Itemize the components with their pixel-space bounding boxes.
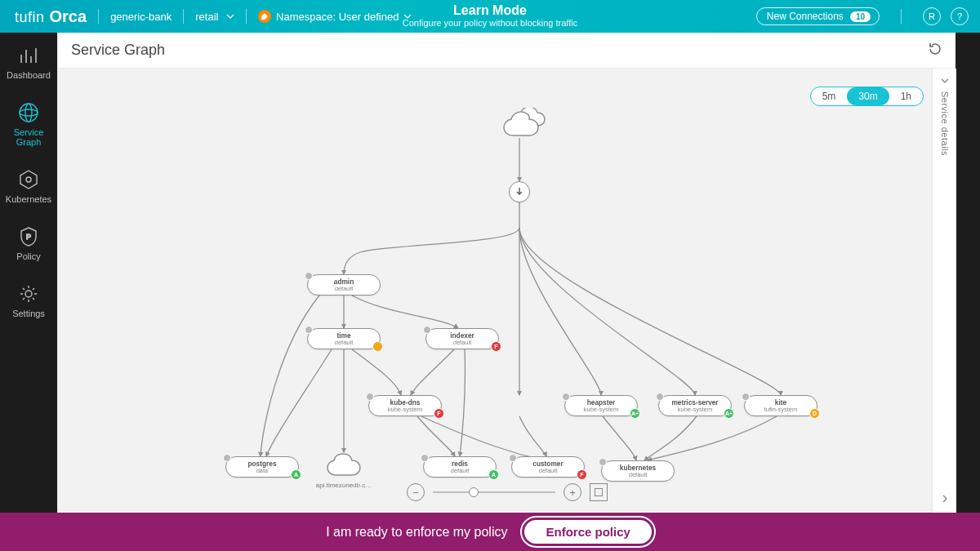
mode-subtitle: Configure your policy without blocking t… [403,18,577,29]
node-namespace: data [226,468,298,474]
grade-badge: A+ [724,408,734,419]
settings-icon [17,282,40,305]
help-button[interactable]: ? [951,7,969,25]
org-selector[interactable]: generic-bank [110,11,172,23]
node-namespace: default [308,286,380,292]
enforce-message: I am ready to enforce my policy [326,525,507,540]
divider [901,9,902,24]
divider [246,9,247,24]
svg-point-5 [20,109,38,116]
graph-canvas[interactable]: 5m 30m 1h [58,69,956,513]
user-avatar[interactable]: R [923,7,941,25]
enforce-policy-button[interactable]: Enforce policy [522,518,653,546]
node-heapster[interactable]: heapster kube-system A+ [564,395,638,416]
node-status-dot [223,454,231,462]
nav-dashboard[interactable]: Dashboard [0,44,57,80]
new-connections-button[interactable]: New Connections 10 [756,7,880,25]
node-internet[interactable] [498,108,547,140]
kubernetes-icon [17,168,40,191]
node-kubernetes[interactable]: kubernetes default [601,460,675,482]
drawer-title: Service details [940,91,950,156]
nav-service-graph[interactable]: Service Graph [0,101,57,147]
env-selector[interactable]: retail [195,11,234,23]
node-time[interactable]: time default [307,328,381,349]
divider [183,9,184,24]
brand-logo: tufin Orca [15,7,87,26]
mode-banner: Learn Mode Configure your policy without… [403,0,577,29]
service-details-drawer[interactable]: Service details [932,69,956,513]
node-admin[interactable]: admin default [307,274,381,295]
nav-label: Settings [0,309,57,318]
chevron-right-icon [941,495,949,504]
svg-point-10 [25,291,32,297]
svg-point-4 [20,104,38,122]
left-nav: Dashboard Service Graph Kubernetes P Pol… [0,33,57,513]
nav-policy[interactable]: P Policy [0,225,57,261]
page-title: Service Graph [71,42,165,59]
node-customer[interactable]: customer default F [511,456,585,478]
zoom-out-button[interactable]: − [407,483,425,501]
divider [98,9,99,24]
grade-badge [372,341,383,352]
node-status-dot [305,272,313,280]
svg-marker-7 [20,171,37,189]
grade-badge: F [491,341,501,352]
namespace-label: Namespace: User defined [276,11,399,23]
nav-label: Service Graph [0,127,57,147]
grade-badge: D [809,408,820,419]
top-bar: tufin Orca generic-bank retail Namespace… [0,0,980,33]
node-ingress-arrow[interactable] [509,181,530,202]
svg-text:P: P [26,233,31,241]
namespace-selector[interactable]: Namespace: User defined [258,10,412,23]
svg-point-6 [25,104,32,122]
node-redis[interactable]: redis default A [423,456,497,478]
node-name: api.timezonedb.c… [316,482,372,489]
brand-tufin: tufin [15,9,45,26]
node-status-dot [742,393,750,401]
brand-orca: Orca [50,7,87,26]
zoom-in-button[interactable]: + [564,483,581,501]
node-namespace: tufin-system [745,407,817,413]
refresh-button[interactable] [928,42,942,60]
node-status-dot [305,326,313,334]
grade-badge: A+ [630,408,640,419]
page-header: Service Graph [58,33,956,69]
node-external-api[interactable]: api.timezonedb.c… [325,452,363,480]
enforce-banner: I am ready to enforce my policy Enforce … [0,513,980,551]
nav-label: Kubernetes [0,194,57,204]
env-label: retail [195,11,218,23]
node-status-dot [656,393,664,401]
node-namespace: default [424,468,496,474]
node-kube-dns[interactable]: kube-dns kube-system F [368,395,442,416]
service-graph-icon [17,101,40,124]
dashboard-icon [17,44,40,67]
zoom-fit-button[interactable] [590,483,608,501]
node-namespace: default [602,472,674,478]
new-connections-label: New Connections [767,11,844,22]
nav-kubernetes[interactable]: Kubernetes [0,168,57,204]
node-postgres[interactable]: postgres data A [225,456,299,478]
nav-label: Policy [0,251,57,261]
main-panel: Service Graph 5m 30m 1h [57,33,956,513]
zoom-controls: − + [407,483,608,501]
nav-settings[interactable]: Settings [0,282,57,318]
svg-point-8 [26,177,31,182]
node-indexer[interactable]: indexer default F [425,328,499,349]
node-kite[interactable]: kite tufin-system D [744,395,817,416]
node-status-dot [423,326,431,334]
node-status-dot [562,393,570,401]
node-status-dot [421,454,429,462]
node-status-dot [599,458,607,466]
grade-badge: F [434,408,444,419]
namespace-icon [258,10,271,23]
node-metrics-server[interactable]: metrics-server kube-system A+ [658,395,732,416]
node-status-dot [366,393,374,401]
node-namespace: default [512,468,584,474]
zoom-slider[interactable] [433,491,555,493]
mode-title: Learn Mode [403,3,577,18]
grade-badge: A [488,469,499,480]
policy-icon: P [17,225,40,248]
zoom-slider-thumb[interactable] [469,487,479,497]
node-namespace: default [308,340,380,346]
grade-badge: A [291,469,301,480]
